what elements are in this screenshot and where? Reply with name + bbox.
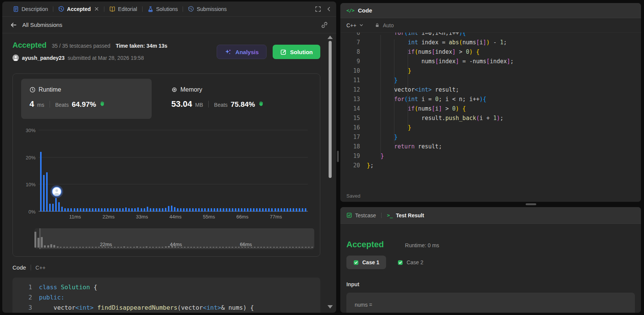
chart-bar[interactable]: [40, 152, 42, 212]
chart-bar[interactable]: [141, 208, 142, 212]
scrollbar-down-arrow[interactable]: [327, 305, 333, 309]
chart-bar[interactable]: [162, 208, 163, 212]
case-2-chip[interactable]: Case 2: [391, 256, 430, 269]
chart-bar[interactable]: [104, 208, 106, 212]
copy-link-icon[interactable]: [321, 22, 328, 28]
nums-input-field[interactable]: nums =: [346, 293, 635, 313]
chart-bar[interactable]: [232, 208, 233, 212]
language-select[interactable]: C++: [346, 22, 356, 28]
chart-bar[interactable]: [247, 208, 248, 212]
author-name[interactable]: ayush_pandey23: [22, 55, 65, 61]
my-submission-marker[interactable]: [52, 187, 62, 196]
chart-bar[interactable]: [180, 208, 182, 212]
chart-bar[interactable]: [198, 208, 200, 212]
chart-bar[interactable]: [61, 207, 63, 212]
chart-bar[interactable]: [208, 208, 209, 212]
chevron-down-icon[interactable]: [359, 23, 363, 27]
all-submissions-back[interactable]: All Submissions: [10, 22, 62, 28]
chart-bar[interactable]: [229, 208, 230, 212]
tab-testcase[interactable]: Testcase: [346, 212, 376, 218]
chart-bar[interactable]: [80, 208, 81, 212]
chart-bar[interactable]: [119, 208, 121, 212]
chart-bar[interactable]: [217, 208, 218, 212]
chart-bar[interactable]: [46, 172, 48, 212]
chart-bar[interactable]: [58, 202, 60, 212]
chart-bar[interactable]: [241, 208, 242, 212]
chart-bar[interactable]: [128, 208, 130, 212]
chart-bar[interactable]: [174, 207, 175, 212]
chart-bar[interactable]: [220, 208, 221, 212]
chart-bar[interactable]: [211, 208, 212, 212]
chart-bar[interactable]: [92, 208, 93, 212]
chart-bar[interactable]: [101, 208, 102, 212]
chart-bar[interactable]: [290, 208, 291, 212]
chart-bar[interactable]: [67, 208, 69, 212]
chart-bar[interactable]: [281, 208, 282, 212]
chart-bar[interactable]: [98, 208, 99, 212]
tab-test-result[interactable]: >_ Test Result: [387, 212, 424, 218]
runtime-distribution-chart[interactable]: 0%10%20%30%11ms22ms33ms44ms55ms66ms77ms: [40, 122, 308, 212]
close-icon[interactable]: [94, 6, 99, 11]
chart-bar[interactable]: [107, 208, 109, 212]
chart-bar[interactable]: [268, 208, 270, 212]
chart-bar[interactable]: [131, 208, 133, 212]
chart-bar[interactable]: [192, 208, 194, 212]
chart-bar[interactable]: [284, 208, 285, 212]
chart-bar[interactable]: [256, 208, 258, 212]
chart-bar[interactable]: [70, 208, 72, 212]
chart-bar[interactable]: [144, 208, 145, 212]
chart-bar[interactable]: [168, 206, 169, 212]
tab-description[interactable]: Description: [9, 6, 52, 12]
chart-bar[interactable]: [137, 207, 139, 212]
panel-resize-handle-horizontal[interactable]: [526, 203, 536, 205]
chart-bar[interactable]: [147, 207, 148, 212]
chart-bar[interactable]: [195, 208, 197, 212]
chart-bar[interactable]: [223, 208, 224, 212]
scrollbar-thumb[interactable]: [329, 41, 332, 178]
chart-bar[interactable]: [159, 208, 160, 212]
chart-bar[interactable]: [55, 198, 57, 212]
chart-bar[interactable]: [95, 208, 96, 212]
chart-bar[interactable]: [89, 208, 90, 212]
chart-bar[interactable]: [305, 208, 306, 212]
analysis-button[interactable]: Analysis: [217, 45, 267, 59]
chart-bar[interactable]: [150, 208, 151, 212]
tab-submissions[interactable]: Submissions: [184, 6, 230, 12]
chart-bar[interactable]: [204, 208, 206, 212]
chart-bar[interactable]: [299, 208, 300, 212]
chart-bar[interactable]: [189, 208, 191, 212]
runtime-stat[interactable]: Runtime 4 ms Beats 64.97%: [21, 79, 152, 119]
scrollbar-up-arrow[interactable]: [327, 36, 333, 39]
panel-resize-handle-vertical[interactable]: [337, 151, 339, 162]
tab-solutions[interactable]: Solutions: [144, 6, 182, 12]
chart-bar[interactable]: [244, 208, 245, 212]
auto-mode-label[interactable]: Auto: [383, 22, 394, 28]
fullscreen-icon[interactable]: [315, 6, 321, 12]
chart-bar[interactable]: [287, 208, 288, 212]
chart-bar[interactable]: [110, 208, 112, 212]
chart-bar[interactable]: [116, 208, 118, 212]
chart-bar[interactable]: [214, 208, 215, 212]
chart-bar[interactable]: [235, 208, 236, 212]
chart-bar[interactable]: [265, 208, 267, 212]
chart-bar[interactable]: [52, 204, 54, 212]
avatar[interactable]: [12, 55, 19, 61]
chart-bar[interactable]: [253, 208, 254, 212]
chart-bar[interactable]: [113, 208, 115, 212]
case-1-chip[interactable]: Case 1: [346, 256, 386, 269]
chart-bar[interactable]: [278, 208, 279, 212]
chart-bar[interactable]: [125, 207, 127, 212]
chart-bar[interactable]: [122, 208, 124, 212]
chart-bar[interactable]: [238, 208, 239, 212]
tab-accepted[interactable]: Accepted: [54, 6, 103, 12]
chart-bar[interactable]: [262, 208, 264, 212]
chart-bar[interactable]: [177, 208, 178, 212]
chart-bar[interactable]: [275, 208, 276, 212]
chart-bar[interactable]: [49, 204, 51, 212]
submitted-code-block[interactable]: 1class Solution {2public:3 vector<int> f…: [12, 278, 320, 313]
collapse-panel-icon[interactable]: [326, 6, 332, 12]
chart-bar[interactable]: [293, 208, 294, 212]
chart-bar[interactable]: [296, 208, 297, 212]
solution-button[interactable]: Solution: [273, 45, 320, 59]
editor-code-area[interactable]: 6 for(int i=0;i<n;i++){7 int index = abs…: [340, 28, 641, 170]
